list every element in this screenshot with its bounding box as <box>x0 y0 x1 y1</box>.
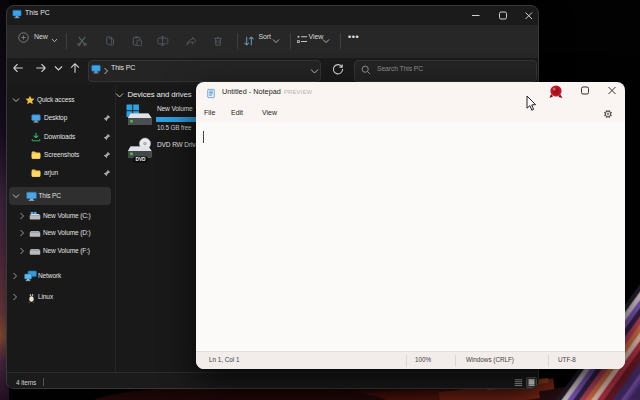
svg-text:DVD: DVD <box>135 157 146 162</box>
